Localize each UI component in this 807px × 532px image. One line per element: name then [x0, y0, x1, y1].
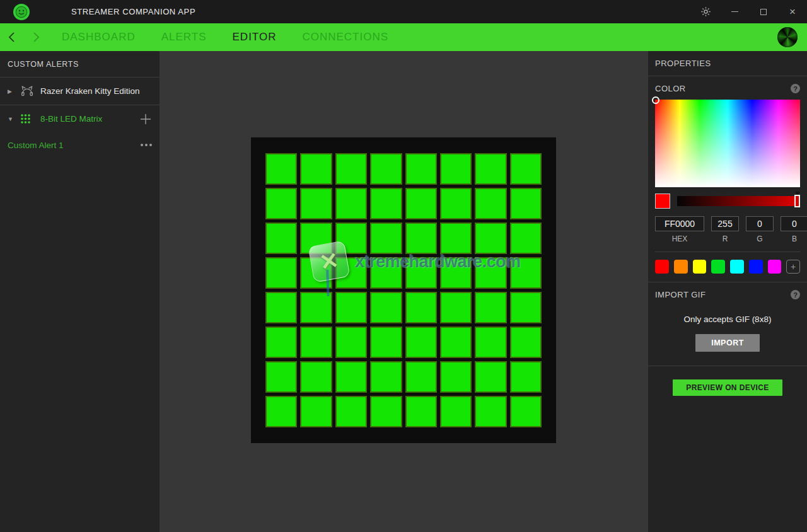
- led-cell[interactable]: [300, 327, 332, 358]
- led-cell[interactable]: [475, 361, 506, 393]
- led-cell[interactable]: [475, 153, 506, 185]
- color-swatch[interactable]: [768, 260, 782, 274]
- tab-connections[interactable]: CONNECTIONS: [302, 31, 388, 43]
- add-alert-button[interactable]: [139, 113, 152, 125]
- led-cell[interactable]: [300, 257, 332, 289]
- led-cell[interactable]: [510, 361, 542, 393]
- close-button[interactable]: ×: [778, 0, 807, 23]
- led-cell[interactable]: [335, 223, 367, 254]
- tab-dashboard[interactable]: DASHBOARD: [62, 31, 136, 43]
- gradient-cursor[interactable]: [652, 96, 659, 104]
- led-cell[interactable]: [370, 396, 402, 427]
- alert-options-menu-icon[interactable]: [141, 144, 152, 146]
- minimize-button[interactable]: [720, 0, 749, 23]
- led-cell[interactable]: [370, 188, 402, 219]
- led-cell[interactable]: [370, 361, 402, 393]
- led-cell[interactable]: [440, 188, 472, 219]
- led-cell[interactable]: [300, 361, 332, 393]
- led-cell[interactable]: [440, 257, 472, 289]
- slider-handle[interactable]: [794, 195, 800, 207]
- import-button[interactable]: IMPORT: [695, 334, 760, 352]
- expand-caret-icon[interactable]: ▼: [8, 116, 16, 122]
- color-swatch[interactable]: [693, 260, 707, 274]
- led-cell[interactable]: [475, 327, 506, 358]
- led-cell[interactable]: [510, 257, 542, 289]
- color-help-icon[interactable]: ?: [791, 84, 800, 93]
- led-cell[interactable]: [405, 153, 437, 185]
- led-cell[interactable]: [475, 188, 506, 219]
- import-gif-help-icon[interactable]: ?: [791, 290, 800, 299]
- color-swatch[interactable]: [711, 260, 725, 274]
- collapse-caret-icon[interactable]: ▶: [8, 88, 16, 95]
- led-cell[interactable]: [265, 361, 297, 393]
- led-cell[interactable]: [265, 188, 297, 219]
- led-cell[interactable]: [405, 361, 437, 393]
- led-cell[interactable]: [370, 223, 402, 254]
- led-cell[interactable]: [300, 188, 332, 219]
- blue-input[interactable]: [781, 216, 807, 231]
- user-avatar[interactable]: [777, 27, 798, 47]
- led-cell[interactable]: [510, 327, 542, 358]
- led-cell[interactable]: [405, 257, 437, 289]
- led-cell[interactable]: [300, 396, 332, 427]
- led-cell[interactable]: [335, 361, 367, 393]
- color-gradient-picker[interactable]: [655, 100, 800, 187]
- red-input[interactable]: [711, 216, 739, 231]
- led-cell[interactable]: [405, 292, 437, 323]
- led-cell[interactable]: [440, 292, 472, 323]
- device-row-led-matrix[interactable]: ▼ 8-Bit LED Matrix: [0, 105, 160, 132]
- led-cell[interactable]: [440, 153, 472, 185]
- back-chevron-icon[interactable]: [0, 23, 24, 51]
- led-cell[interactable]: [405, 327, 437, 358]
- settings-gear-icon[interactable]: [691, 0, 720, 23]
- hex-input[interactable]: [655, 216, 704, 231]
- led-cell[interactable]: [335, 292, 367, 323]
- led-cell[interactable]: [265, 327, 297, 358]
- led-cell[interactable]: [265, 257, 297, 289]
- led-cell[interactable]: [475, 396, 506, 427]
- led-cell[interactable]: [510, 292, 542, 323]
- led-cell[interactable]: [510, 153, 542, 185]
- led-cell[interactable]: [440, 223, 472, 254]
- led-cell[interactable]: [370, 257, 402, 289]
- led-cell[interactable]: [510, 223, 542, 254]
- led-cell[interactable]: [440, 327, 472, 358]
- led-cell[interactable]: [510, 396, 542, 427]
- led-cell[interactable]: [265, 153, 297, 185]
- add-swatch-button[interactable]: +: [786, 260, 800, 274]
- color-swatch[interactable]: [674, 260, 688, 274]
- forward-chevron-icon[interactable]: [24, 23, 48, 51]
- color-swatch[interactable]: [749, 260, 763, 274]
- green-input[interactable]: [746, 216, 774, 231]
- tab-editor[interactable]: EDITOR: [233, 31, 277, 43]
- led-cell[interactable]: [370, 292, 402, 323]
- led-cell[interactable]: [475, 292, 506, 323]
- color-swatch[interactable]: [655, 260, 669, 274]
- led-cell[interactable]: [405, 188, 437, 219]
- maximize-button[interactable]: [749, 0, 778, 23]
- led-cell[interactable]: [405, 396, 437, 427]
- led-cell[interactable]: [300, 223, 332, 254]
- led-cell[interactable]: [265, 223, 297, 254]
- led-cell[interactable]: [370, 327, 402, 358]
- led-cell[interactable]: [335, 188, 367, 219]
- led-cell[interactable]: [300, 153, 332, 185]
- led-cell[interactable]: [265, 292, 297, 323]
- led-cell[interactable]: [335, 327, 367, 358]
- led-cell[interactable]: [475, 257, 506, 289]
- led-cell[interactable]: [300, 292, 332, 323]
- preview-on-device-button[interactable]: PREVIEW ON DEVICE: [673, 379, 782, 396]
- color-swatch[interactable]: [730, 260, 744, 274]
- led-cell[interactable]: [510, 188, 542, 219]
- led-cell[interactable]: [475, 223, 506, 254]
- device-row-kraken[interactable]: ▶ Razer Kraken Kitty Edition: [0, 78, 160, 105]
- led-cell[interactable]: [335, 153, 367, 185]
- tab-alerts[interactable]: ALERTS: [161, 31, 207, 43]
- custom-alert-item[interactable]: Custom Alert 1: [0, 132, 160, 158]
- led-cell[interactable]: [440, 361, 472, 393]
- led-cell[interactable]: [265, 396, 297, 427]
- led-cell[interactable]: [440, 396, 472, 427]
- led-cell[interactable]: [335, 396, 367, 427]
- brightness-slider[interactable]: [677, 196, 800, 206]
- led-cell[interactable]: [335, 257, 367, 289]
